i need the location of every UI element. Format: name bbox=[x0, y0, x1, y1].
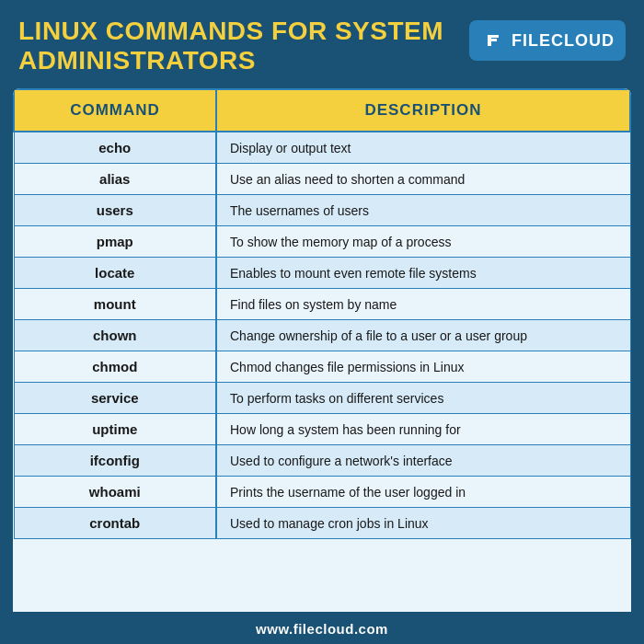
description-cell: Enables to mount even remote file system… bbox=[216, 258, 630, 289]
command-cell: uptime bbox=[14, 414, 216, 445]
description-cell: The usernames of users bbox=[216, 195, 630, 226]
table-row: uptimeHow long a system has been running… bbox=[14, 414, 630, 445]
description-cell: Change ownership of a file to a user or … bbox=[216, 320, 630, 351]
filecloud-logo-icon bbox=[480, 28, 506, 53]
command-cell: users bbox=[14, 195, 216, 226]
table-row: locateEnables to mount even remote file … bbox=[14, 258, 630, 289]
description-cell: Used to configure a network's interface bbox=[216, 445, 630, 477]
commands-table-wrapper: COMMAND DESCRIPTION echoDisplay or outpu… bbox=[13, 88, 631, 612]
description-cell: Find files on system by name bbox=[216, 289, 630, 320]
command-cell: chown bbox=[14, 320, 216, 351]
title-line1: LINUX COMMANDS FOR SYSTEM bbox=[18, 17, 443, 46]
footer-url: www.filecloud.com bbox=[256, 621, 388, 637]
table-row: crontabUsed to manage cron jobs in Linux bbox=[14, 508, 630, 539]
page-header: LINUX COMMANDS FOR SYSTEM ADMINISTRATORS… bbox=[0, 0, 644, 88]
col-command-header: COMMAND bbox=[14, 89, 216, 132]
description-cell: Chmod changes file permissions in Linux bbox=[216, 351, 630, 383]
description-cell: To perform tasks on different services bbox=[216, 383, 630, 414]
logo: FILECLOUD bbox=[469, 20, 626, 61]
table-row: serviceTo perform tasks on different ser… bbox=[14, 383, 630, 414]
col-description-header: DESCRIPTION bbox=[216, 89, 630, 132]
table-row: usersThe usernames of users bbox=[14, 195, 630, 226]
footer: www.filecloud.com bbox=[0, 612, 644, 644]
table-row: pmapTo show the memory map of a process bbox=[14, 226, 630, 258]
description-cell: To show the memory map of a process bbox=[216, 226, 630, 258]
command-cell: service bbox=[14, 383, 216, 414]
title-line2: ADMINISTRATORS bbox=[18, 46, 443, 75]
command-cell: whoami bbox=[14, 477, 216, 508]
table-row: mountFind files on system by name bbox=[14, 289, 630, 320]
table-header-row: COMMAND DESCRIPTION bbox=[14, 89, 630, 132]
table-row: echoDisplay or output text bbox=[14, 132, 630, 164]
commands-table: COMMAND DESCRIPTION echoDisplay or outpu… bbox=[13, 88, 631, 539]
description-cell: How long a system has been running for bbox=[216, 414, 630, 445]
command-cell: echo bbox=[14, 132, 216, 164]
command-cell: chmod bbox=[14, 351, 216, 383]
table-row: chmodChmod changes file permissions in L… bbox=[14, 351, 630, 383]
description-cell: Used to manage cron jobs in Linux bbox=[216, 508, 630, 539]
table-row: whoamiPrints the username of the user lo… bbox=[14, 477, 630, 508]
table-row: chownChange ownership of a file to a use… bbox=[14, 320, 630, 351]
command-cell: locate bbox=[14, 258, 216, 289]
command-cell: crontab bbox=[14, 508, 216, 539]
logo-text: FILECLOUD bbox=[512, 31, 615, 51]
description-cell: Prints the username of the user logged i… bbox=[216, 477, 630, 508]
description-cell: Use an alias need to shorten a command bbox=[216, 164, 630, 195]
command-cell: pmap bbox=[14, 226, 216, 258]
command-cell: ifconfig bbox=[14, 445, 216, 477]
command-cell: mount bbox=[14, 289, 216, 320]
table-row: ifconfigUsed to configure a network's in… bbox=[14, 445, 630, 477]
header-title: LINUX COMMANDS FOR SYSTEM ADMINISTRATORS bbox=[18, 17, 443, 75]
command-cell: alias bbox=[14, 164, 216, 195]
description-cell: Display or output text bbox=[216, 132, 630, 164]
table-row: aliasUse an alias need to shorten a comm… bbox=[14, 164, 630, 195]
main-content: COMMAND DESCRIPTION echoDisplay or outpu… bbox=[13, 88, 631, 612]
